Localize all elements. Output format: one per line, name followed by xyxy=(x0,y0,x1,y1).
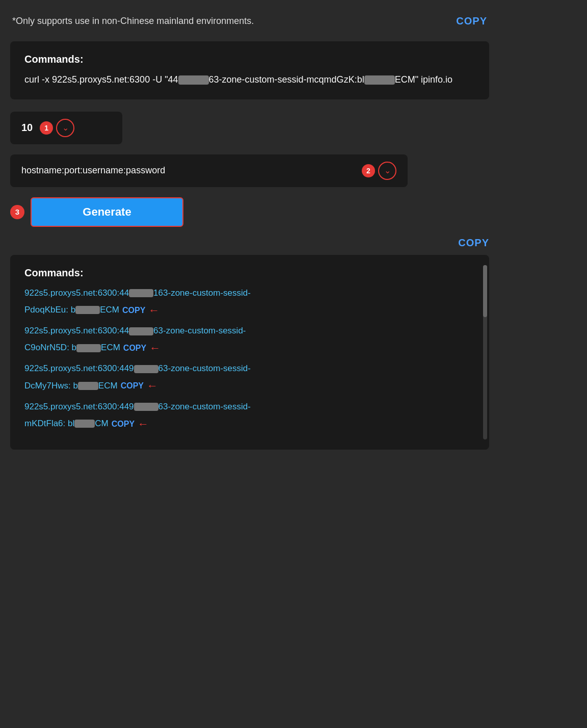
result-entry-line-4b: mKDtFla6: blCM COPY ← xyxy=(24,414,475,433)
count-badge-chevron: 1 ⌄ xyxy=(40,119,74,137)
result-entry-line-1b: PdoqKbEu: bECM COPY ← xyxy=(24,301,475,320)
proxy-text-3b: DcMy7Hws: bECM xyxy=(24,379,118,394)
result-command-box: Commands: 922s5.proxys5.net:6300:44163-z… xyxy=(10,255,489,450)
result-entry-line-4: 922s5.proxys5.net:6300:44963-zone-custom… xyxy=(24,400,475,414)
result-copy-button[interactable]: COPY xyxy=(458,237,489,249)
count-chevron-button[interactable]: ⌄ xyxy=(56,119,74,137)
result-command-label: Commands: xyxy=(24,267,475,279)
format-chevron-button[interactable]: ⌄ xyxy=(378,162,396,180)
scrollbar-track[interactable] xyxy=(483,265,487,439)
blur-entry4b xyxy=(74,420,95,428)
format-row: hostname:port:username:password 2 ⌄ xyxy=(10,154,489,187)
format-dropdown[interactable]: hostname:port:username:password 2 ⌄ xyxy=(10,154,408,187)
result-entry-line-1: 922s5.proxys5.net:6300:44163-zone-custom… xyxy=(24,286,475,301)
arrow-2: ← xyxy=(149,339,161,357)
command-part1: curl -x 922s5.proxys5.net:6300 -U "44 xyxy=(24,74,178,85)
blur-2 xyxy=(364,75,395,85)
arrow-1: ← xyxy=(148,301,159,320)
count-value: 10 xyxy=(21,122,33,134)
blur-entry3a xyxy=(134,365,158,373)
generate-button[interactable]: Generate xyxy=(31,197,183,227)
top-command-text: curl -x 922s5.proxys5.net:6300 -U "4463-… xyxy=(24,72,475,87)
top-copy-button[interactable]: COPY xyxy=(456,15,487,27)
result-entry-4: 922s5.proxys5.net:6300:44963-zone-custom… xyxy=(24,400,475,433)
arrow-3: ← xyxy=(147,376,158,395)
result-entry-1: 922s5.proxys5.net:6300:44163-zone-custom… xyxy=(24,286,475,320)
notice-text: *Only supports use in non-Chinese mainla… xyxy=(12,16,254,27)
generate-badge: 3 xyxy=(10,205,24,219)
result-copy-row: COPY xyxy=(10,237,489,249)
top-command-label: Commands: xyxy=(24,54,475,65)
inline-copy-1[interactable]: COPY xyxy=(122,303,145,317)
proxy-text-4b: mKDtFla6: blCM xyxy=(24,417,109,431)
count-badge: 1 xyxy=(40,121,53,135)
command-part3: ECM" ipinfo.io xyxy=(395,74,452,85)
blur-entry1b xyxy=(75,306,100,314)
result-entry-line-2: 922s5.proxys5.net:6300:4463-zone-custom-… xyxy=(24,324,475,339)
blur-entry2b xyxy=(76,344,101,352)
proxy-text-2b: C9oNrN5D: bECM xyxy=(24,341,120,355)
blur-1 xyxy=(178,75,209,85)
blur-entry1a xyxy=(129,289,153,297)
top-command-box: Commands: curl -x 922s5.proxys5.net:6300… xyxy=(10,41,489,99)
generate-row: 3 Generate xyxy=(10,197,489,227)
inline-copy-4[interactable]: COPY xyxy=(112,417,135,431)
proxy-text-1b: PdoqKbEu: bECM xyxy=(24,303,119,318)
blur-entry4a xyxy=(134,403,158,411)
blur-entry2a xyxy=(129,327,153,335)
inline-copy-2[interactable]: COPY xyxy=(123,341,146,355)
count-dropdown[interactable]: 10 1 ⌄ xyxy=(10,112,122,144)
result-entry-line-3: 922s5.proxys5.net:6300:44963-zone-custom… xyxy=(24,361,475,376)
generate-section: 3 Generate xyxy=(10,197,489,227)
result-entry-line-3b: DcMy7Hws: bECM COPY ← xyxy=(24,376,475,395)
command-part2: 63-zone-custom-sessid-mcqmdGzK:bl xyxy=(209,74,364,85)
format-badge-chevron: 2 ⌄ xyxy=(362,162,396,180)
proxy-text-1a: 922s5.proxys5.net:6300:44163-zone-custom… xyxy=(24,286,251,301)
result-entry-3: 922s5.proxys5.net:6300:44963-zone-custom… xyxy=(24,361,475,395)
top-notice-bar: *Only supports use in non-Chinese mainla… xyxy=(10,10,489,32)
result-entry-2: 922s5.proxys5.net:6300:4463-zone-custom-… xyxy=(24,324,475,357)
inline-copy-3[interactable]: COPY xyxy=(121,379,144,393)
result-entry-line-2b: C9oNrN5D: bECM COPY ← xyxy=(24,339,475,357)
count-row: 10 1 ⌄ xyxy=(10,112,489,144)
proxy-text-4a: 922s5.proxys5.net:6300:44963-zone-custom… xyxy=(24,400,251,414)
proxy-text-3a: 922s5.proxys5.net:6300:44963-zone-custom… xyxy=(24,361,251,376)
proxy-text-2a: 922s5.proxys5.net:6300:4463-zone-custom-… xyxy=(24,324,246,339)
scrollbar-thumb[interactable] xyxy=(483,265,487,318)
arrow-4: ← xyxy=(138,414,149,433)
blur-entry3b xyxy=(78,382,98,390)
format-value: hostname:port:username:password xyxy=(21,165,165,176)
format-badge: 2 xyxy=(362,164,375,177)
